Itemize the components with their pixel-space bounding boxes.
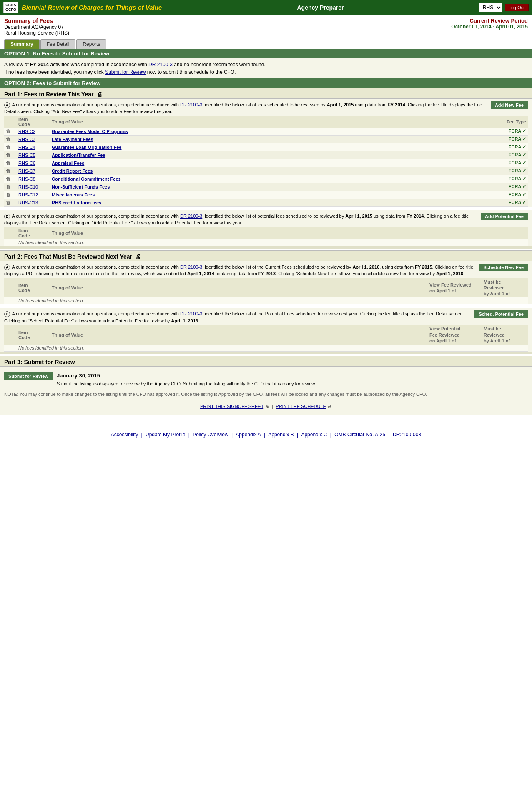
print-schedule-link[interactable]: PRINT THE SCHEDULE [276,404,326,409]
submit-for-review-link-1[interactable]: Submit for Review [105,69,146,75]
tab-fee-detail[interactable]: Fee Detail [40,39,76,49]
thing-of-value-link[interactable]: RHS credit reform fees [52,200,101,205]
print-signoff-link[interactable]: PRINT THIS SIGNOFF SHEET [200,404,263,409]
logout-button[interactable]: Log Out [505,4,529,11]
submit-date-value: January 30, 2015 [57,372,100,379]
dr2100-3-link-5[interactable]: DR 2100-3 [180,311,202,316]
item-code-link[interactable]: RHS-C2 [18,129,35,134]
item-code-link[interactable]: RHS-C12 [18,192,38,197]
item-code-link[interactable]: RHS-C8 [18,176,35,181]
item-code-link[interactable]: RHS-C5 [18,153,35,158]
table-row: 🗑 RHS-C4 Guarantee Loan Origination Fee … [4,143,528,151]
agency-name: Rural Housing Service (RHS) [4,30,69,36]
item-code-link[interactable]: RHS-C4 [18,145,35,150]
col-must-reviewed-2a: Must beReviewedby April 1 of [482,278,528,298]
col-delete-2a [4,278,17,298]
col-thing-of-value: Thing of Value [50,116,486,128]
table-row: 🗑 RHS-C8 Condititional Commitment Fees F… [4,175,528,183]
col-must-reviewed-2b: Must beReviewedby April 1 of [482,325,528,345]
agency-selector[interactable]: RHS [479,3,502,12]
tab-reports[interactable]: Reports [76,39,106,49]
part1b-no-fees: No fees identified in this section. [17,239,528,246]
delete-icon[interactable]: 🗑 [6,200,11,206]
add-potential-fee-button[interactable]: Add Potential Fee [481,213,528,220]
submit-description: Submit the listing as displayed for revi… [57,380,316,387]
dr2100-3-link-3[interactable]: DR 2100-3 [180,214,202,219]
footer-link-update-profile[interactable]: Update My Profile [146,432,185,438]
usda-logo: USDA OCFO [3,2,18,13]
thing-of-value-link[interactable]: Credit Report Fees [52,169,93,174]
table-row: 🗑 RHS-C5 Application/Transfer Fee FCRA ✓ [4,151,528,159]
thing-of-value-link[interactable]: Non-Sufficient Funds Fees [52,184,110,189]
delete-icon[interactable]: 🗑 [6,160,11,166]
print-separator: | [271,404,276,409]
item-code-link[interactable]: RHS-C10 [18,184,38,189]
circle-b-2: B [4,311,10,317]
tab-summary[interactable]: Summary [4,39,40,49]
delete-icon[interactable]: 🗑 [6,192,11,198]
add-new-fee-button[interactable]: Add New Fee [491,101,528,109]
col-thing-of-value-b: Thing of Value [50,227,528,239]
part2-print-icon[interactable]: 🖨 [135,253,141,260]
part2-title: Part 2: Fees That Must Be Reviewed Next … [4,253,132,260]
footer-link-appendix-a[interactable]: Appendix A [236,432,261,438]
item-code-link[interactable]: RHS-C13 [18,200,38,205]
left-info: Summary of Fees Department AG/Agency 07 … [4,18,69,36]
sched-potential-fee-button[interactable]: Sched. Potential Fee [474,310,528,318]
footer-link-appendix-b[interactable]: Appendix B [268,432,294,438]
part1b-fee-table: ItemCode Thing of Value No fees identifi… [4,227,528,246]
item-code-link[interactable]: RHS-C3 [18,137,35,142]
part1-header: Part 1: Fees to Review This Year 🖨 [0,88,532,99]
footer-link-accessibility[interactable]: Accessibility [111,432,138,438]
item-code-link[interactable]: RHS-C6 [18,161,35,166]
thing-of-value-link[interactable]: Late Payment Fees [52,137,93,142]
part1a-fee-table: ItemCode Thing of Value Fee Type 🗑 RHS-C… [4,116,528,207]
delete-icon[interactable]: 🗑 [6,136,11,142]
col-item-code-b: ItemCode [17,227,50,239]
table-row: 🗑 RHS-C7 Credit Report Fees FCRA ✓ [4,167,528,175]
delete-icon[interactable]: 🗑 [6,152,11,158]
part1a-description: A A current or previous examination of o… [4,101,487,115]
delete-icon[interactable]: 🗑 [6,176,11,182]
part1-print-icon[interactable]: 🖨 [96,91,102,98]
page-header: USDA OCFO Biennial Review of Charges for… [0,0,532,15]
user-role: Agency Preparer [297,4,344,11]
site-title: Biennial Review of Charges for Things of… [22,4,162,11]
delete-icon[interactable]: 🗑 [6,128,11,134]
col-item-code-2b: ItemCode [17,325,50,345]
thing-of-value-link[interactable]: Condititional Commitment Fees [52,176,121,181]
footer-link-dr2100[interactable]: DR2100-003 [393,432,421,438]
thing-of-value-link[interactable]: Appraisal Fees [52,161,84,166]
dr2100-3-link-1[interactable]: DR 2100-3 [148,62,173,68]
fee-type: FCRA ✓ [486,175,528,183]
schedule-new-fee-button[interactable]: Schedule New Fee [479,264,528,271]
dr2100-3-link-4[interactable]: DR 2100-3 [180,264,202,269]
fee-type: FCRA ✓ [486,167,528,175]
item-code-link[interactable]: RHS-C7 [18,169,35,174]
thing-of-value-link[interactable]: Guarantee Fees Model C Programs [52,129,128,134]
delete-icon[interactable]: 🗑 [6,144,11,150]
fee-type: FCRA ✓ [486,159,528,167]
option1-content: A review of FY 2014 activities was compl… [0,58,532,78]
thing-of-value-link[interactable]: Application/Transfer Fee [52,153,105,158]
part1-section-b: B A current or previous examination of o… [0,210,532,246]
fee-type: FCRA ✓ [486,191,528,199]
submit-for-review-button[interactable]: Submit for Review [4,372,53,380]
delete-icon[interactable]: 🗑 [6,168,11,174]
footer-link-policy-overview[interactable]: Policy Overview [193,432,228,438]
part2a-no-fees: No fees identified in this section. [17,297,528,304]
part1b-no-fees-row: No fees identified in this section. [4,239,528,246]
footer-link-appendix-c[interactable]: Appendix C [301,432,327,438]
thing-of-value-link[interactable]: Guarantee Loan Origination Fee [52,145,121,150]
option2-header: OPTION 2: Fees to Submit for Review [0,78,532,88]
delete-icon[interactable]: 🗑 [6,184,11,190]
table-row: 🗑 RHS-C3 Late Payment Fees FCRA ✓ [4,135,528,143]
table-row: 🗑 RHS-C13 RHS credit reform fees FCRA ✓ [4,199,528,206]
part2b-fee-table: ItemCode Thing of Value View PotentialFe… [4,325,528,352]
dr2100-3-link-2[interactable]: DR 2100-3 [180,102,202,107]
thing-of-value-link[interactable]: Miscellaneous Fees [52,192,95,197]
print-row: PRINT THIS SIGNOFF SHEET 🖨 | PRINT THE S… [4,401,528,411]
circle-a-2: A [4,264,10,270]
col-thing-of-value-2b: Thing of Value [50,325,428,345]
footer-link-omb[interactable]: OMB Circular No. A-25 [334,432,385,438]
